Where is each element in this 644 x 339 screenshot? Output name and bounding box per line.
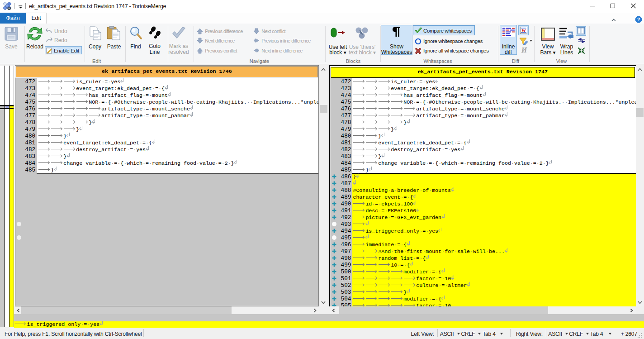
- svg-text:?: ?: [637, 17, 640, 22]
- svg-text:W: W: [521, 29, 526, 33]
